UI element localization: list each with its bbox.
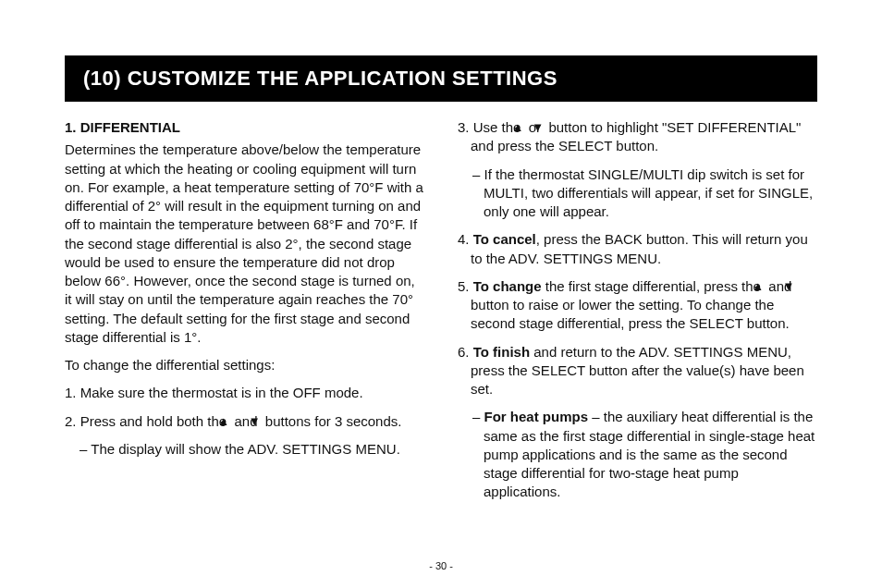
- step-2: 2. Press and hold both the ▲ and ▼ butto…: [65, 412, 424, 431]
- differential-description: Determines the temperature above/below t…: [65, 141, 424, 347]
- step-6-sub-bold: For heat pumps: [484, 409, 589, 424]
- step-5-bold: To change: [473, 278, 542, 294]
- step-3: 3. Use the ▲ or ▼ button to highlight "S…: [458, 118, 817, 156]
- step-6-sub: – For heat pumps – the auxiliary heat di…: [458, 408, 817, 501]
- step-2-text-post: buttons for 3 seconds.: [262, 413, 402, 429]
- body-columns: 1. DIFFERENTIAL Determines the temperatu…: [65, 118, 817, 511]
- step-6: 6. To finish and return to the ADV. SETT…: [458, 343, 817, 399]
- step-5-post: button to raise or lower the setting. To…: [471, 297, 790, 331]
- differential-heading: 1. DIFFERENTIAL: [65, 118, 424, 137]
- step-3-sub: – If the thermostat SINGLE/MULTI dip swi…: [458, 165, 817, 222]
- change-intro: To change the differential settings:: [65, 356, 424, 374]
- step-5-mid1: the first stage differential, press the: [542, 278, 766, 294]
- step-2-text-pre: 2. Press and hold both the: [65, 413, 230, 429]
- left-column: 1. DIFFERENTIAL Determines the temperatu…: [65, 118, 424, 511]
- step-5: 5. To change the first stage differentia…: [458, 277, 817, 334]
- page: (10) CUSTOMIZE THE APPLICATION SETTINGS …: [0, 0, 882, 588]
- step-2-sub: – The display will show the ADV. SETTING…: [65, 440, 424, 459]
- page-number: - 30 -: [0, 560, 882, 571]
- step-5-num: 5.: [458, 278, 473, 294]
- step-6-num: 6.: [458, 344, 473, 360]
- step-6-sub-dash: –: [472, 409, 484, 424]
- step-4-bold: To cancel: [473, 231, 536, 247]
- section-header: (10) CUSTOMIZE THE APPLICATION SETTINGS: [65, 55, 817, 102]
- step-4-num: 4.: [458, 231, 473, 247]
- step-1: 1. Make sure the thermostat is in the OF…: [65, 384, 424, 402]
- step-6-bold: To finish: [473, 344, 530, 360]
- right-column: 3. Use the ▲ or ▼ button to highlight "S…: [458, 118, 817, 511]
- step-4: 4. To cancel, press the BACK button. Thi…: [458, 230, 817, 268]
